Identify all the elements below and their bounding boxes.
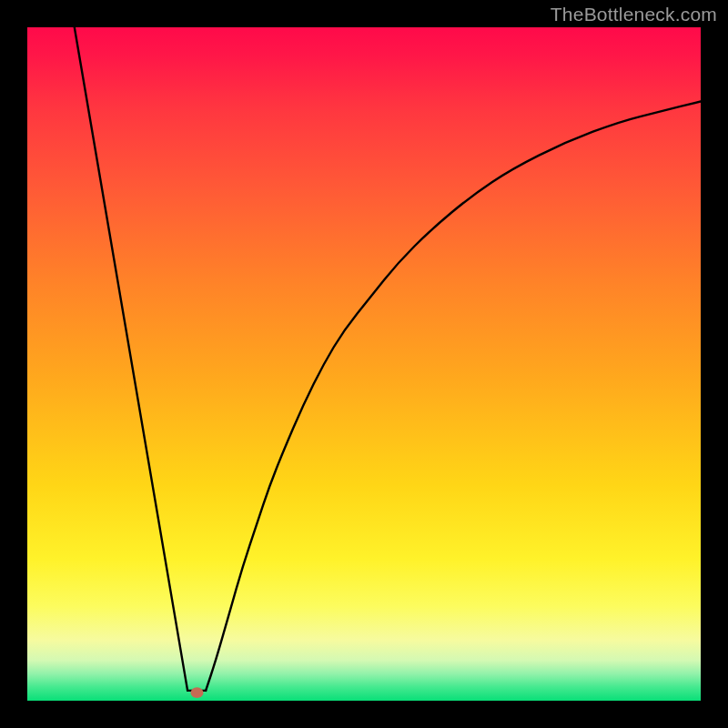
plot-area [27, 27, 701, 701]
chart-frame: TheBottleneck.com [0, 0, 728, 728]
svg-point-0 [190, 687, 203, 698]
series-left-line [75, 27, 187, 691]
series-right-curve [206, 101, 701, 691]
watermark-text: TheBottleneck.com [551, 4, 717, 25]
chart-svg [27, 27, 701, 701]
marker-dot [190, 687, 203, 698]
